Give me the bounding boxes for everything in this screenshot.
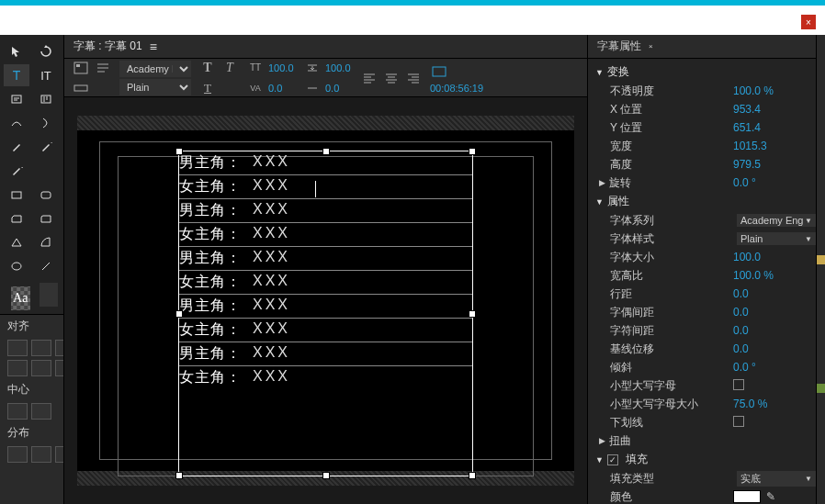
clipped-rect-tool[interactable] [4,207,29,230]
credit-line[interactable]: 男主角：XXX [179,295,472,319]
align-right-icon[interactable] [404,69,423,87]
color-swatch[interactable] [733,490,761,503]
distort-label[interactable]: 扭曲 [609,433,816,449]
center-h[interactable] [7,403,28,420]
templates-icon[interactable] [72,59,90,77]
title-canvas[interactable]: 男主角：XXX女主角：XXX男主角：XXX女主角：XXX男主角：XXX女主角：X… [77,116,574,486]
close-button[interactable]: × [801,15,816,29]
leading-value[interactable]: 0.0 [325,83,353,94]
align-bottom[interactable] [55,360,63,376]
width-value[interactable]: 1015.3 [733,140,816,152]
handle-bl[interactable] [175,472,183,479]
fontstyle-combo[interactable]: Plain▼ [737,232,816,245]
title-panel-tab[interactable]: 字幕 : 字幕 01 ≡ [64,35,587,59]
ellipse-tool[interactable] [4,255,29,277]
vertical-area-type-tool[interactable] [33,88,59,110]
align-left[interactable] [7,340,28,356]
handle-tr[interactable] [469,148,476,155]
underline-checkbox[interactable] [733,416,744,427]
vertical-type-tool[interactable]: IT [33,64,59,86]
props-close-icon[interactable]: × [649,42,653,50]
eyedropper-icon[interactable]: ✎ [766,490,779,503]
align-right[interactable] [55,340,63,356]
bold-icon[interactable]: T [198,59,217,77]
leading-prop-value[interactable]: 0.0 [733,287,816,300]
kerning-prop-value[interactable]: 0.0 [733,306,816,319]
font-family-select[interactable]: Academy E [119,61,191,77]
baseline-value[interactable]: 0.0 [733,342,816,355]
center-v[interactable] [31,403,51,420]
smallcapssize-label: 小型大写字母大小 [610,397,733,412]
font-style-select[interactable]: Plain [119,79,191,95]
credit-line[interactable]: 女主角：XXX [179,319,472,342]
dist-1[interactable] [7,446,28,463]
handle-br[interactable] [469,472,476,479]
panel-menu-icon[interactable]: ≡ [150,39,157,54]
align-center-icon[interactable] [382,69,401,87]
credit-line[interactable]: 女主角：XXX [179,366,472,389]
opacity-value[interactable]: 100.0 % [733,84,816,97]
handle-mr[interactable] [469,310,476,318]
wedge-tool[interactable] [4,231,29,253]
text-block[interactable]: 男主角：XXX女主角：XXX男主角：XXX女主角：XXX男主角：XXX女主角：X… [178,151,473,476]
italic-icon[interactable]: T [220,59,239,77]
underline-icon[interactable]: T [198,79,217,97]
credit-line[interactable]: 女主角：XXX [179,271,472,295]
area-type-tool[interactable] [4,88,29,110]
smallcaps-checkbox[interactable] [733,379,744,390]
slant-value[interactable]: 0.0 ° [733,361,816,374]
rotation-value[interactable]: 0.0 ° [733,176,816,189]
arc-tool[interactable] [33,231,59,253]
convert-anchor-tool[interactable] [33,160,59,182]
handle-tl[interactable] [175,148,183,155]
xpos-value[interactable]: 953.4 [733,103,816,116]
type-tool[interactable]: T [4,64,29,86]
smallcapssize-value[interactable]: 75.0 % [733,398,816,410]
rounded-rect-tool[interactable] [33,184,59,206]
dist-3[interactable] [55,446,63,463]
style-sample-2[interactable] [40,283,59,307]
fontsize-value[interactable]: 100.0 [733,251,816,263]
filltype-combo[interactable]: 实底▼ [737,471,816,487]
credit-line[interactable]: 男主角：XXX [179,199,472,223]
properties-tab[interactable]: 字幕属性 × [588,35,816,59]
tracking-value[interactable]: 0.0 [733,324,816,337]
roll-crawl-icon[interactable] [94,59,112,77]
kerning-value[interactable]: 0.0 [268,83,296,94]
credit-line[interactable]: 女主角：XXX [179,223,472,247]
align-vcenter[interactable] [31,360,51,376]
credit-line[interactable]: 男主角：XXX [179,247,472,271]
fontfam-combo[interactable]: Academy Eng▼ [737,214,816,227]
align-top[interactable] [7,360,28,376]
fill-enable-checkbox[interactable]: ✓ [607,454,618,465]
tab-stops-icon[interactable] [72,79,90,97]
rounded-corner-tool[interactable] [33,207,59,230]
vertical-path-type-tool[interactable] [33,112,59,134]
handle-bc[interactable] [322,472,330,479]
add-anchor-tool[interactable]: + [33,136,59,158]
ypos-value[interactable]: 651.4 [733,121,816,134]
section-properties[interactable]: ▼属性 [588,192,816,211]
handle-ml[interactable] [175,310,183,318]
credit-line[interactable]: 男主角：XXX [179,342,472,366]
handle-tc[interactable] [322,148,330,155]
delete-anchor-tool[interactable]: - [4,160,29,182]
line-tool[interactable] [33,255,59,277]
style-sample[interactable]: Aa [11,286,30,310]
aspect-prop-value[interactable]: 100.0 % [733,269,816,282]
section-fill[interactable]: ▼✓填充 [588,450,816,469]
pen-tool[interactable] [4,136,29,158]
credit-line[interactable]: 女主角：XXX [179,175,472,199]
font-size-value[interactable]: 100.0 [268,62,296,73]
dist-2[interactable] [31,446,51,463]
selection-tool[interactable] [4,40,29,62]
align-left-icon[interactable] [360,69,379,87]
tab-icon[interactable] [430,62,448,81]
rectangle-tool[interactable] [4,184,29,206]
rotate-tool[interactable] [33,40,59,62]
path-type-tool[interactable] [4,112,29,134]
aspect-value[interactable]: 100.0 [325,62,353,73]
height-value[interactable]: 979.5 [733,158,816,171]
align-hcenter[interactable] [31,340,51,356]
section-transform[interactable]: ▼变换 [588,62,816,82]
